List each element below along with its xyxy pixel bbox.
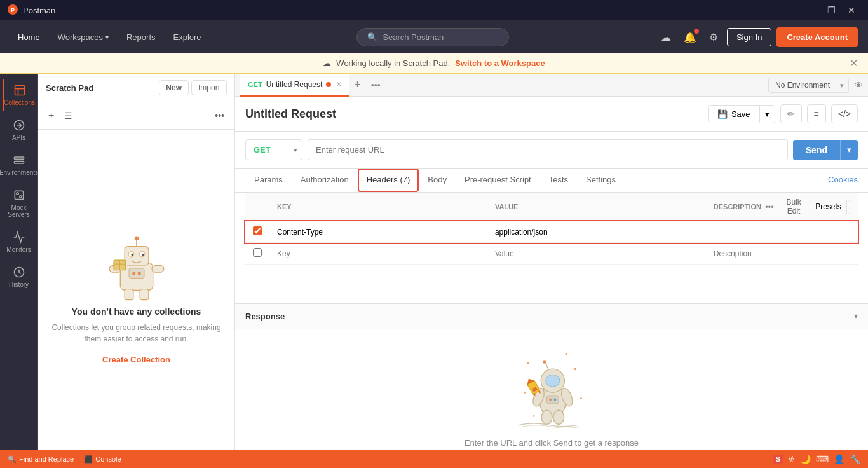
save-dropdown-button[interactable]: ▾ [759, 106, 775, 123]
top-nav: Home Workspaces ▾ Reports Explore 🔍 Sear… [0, 20, 868, 53]
notifications-btn[interactable]: 🔔 [680, 27, 700, 47]
th-more-button[interactable]: ••• [761, 201, 778, 213]
sidebar-item-collections[interactable]: Collections [3, 79, 36, 111]
sidebar-item-environments[interactable]: Environments [3, 149, 36, 181]
row-value-cell [487, 221, 706, 243]
switch-workspace-link[interactable]: Switch to a Workspace [455, 59, 545, 68]
presets-dropdown-button[interactable]: ▾ [846, 200, 850, 214]
create-collection-link[interactable]: Create Collection [102, 355, 170, 364]
console-button[interactable]: ⬛ Console [84, 455, 121, 464]
value-input[interactable] [495, 249, 698, 258]
sidebar-item-monitors[interactable]: Monitors [3, 226, 36, 258]
headers-table: KEY VALUE DESCRIPTION ••• Bulk Edit Pres… [245, 193, 858, 265]
code-button[interactable]: </> [831, 104, 858, 123]
add-tab-button[interactable]: + [349, 78, 366, 92]
value-input[interactable] [495, 228, 698, 237]
sidebar-item-apis[interactable]: APIs [3, 114, 36, 146]
send-button-group: Send ▾ [793, 140, 858, 160]
nav-reports[interactable]: Reports [119, 29, 163, 46]
save-button-group: 💾 Save ▾ [708, 105, 775, 123]
row-value-cell [487, 243, 706, 265]
add-collection-btn[interactable]: + [46, 107, 57, 124]
empty-state-illustration [98, 230, 175, 306]
wrench-icon[interactable]: 🔧 [850, 454, 860, 464]
nav-explore[interactable]: Explore [166, 29, 209, 46]
description-input[interactable] [714, 228, 850, 237]
tab-more-button[interactable]: ••• [366, 80, 386, 90]
response-section[interactable]: Response ▾ [235, 303, 868, 329]
import-button[interactable]: Import [191, 80, 227, 95]
maximize-button[interactable]: ❐ [822, 1, 840, 19]
svg-point-10 [19, 196, 21, 198]
cloud-icon: ☁ [323, 59, 331, 68]
save-button[interactable]: 💾 Save [709, 106, 759, 123]
bulk-edit-button[interactable]: Bulk Edit [782, 198, 806, 216]
find-replace-button[interactable]: 🔍 Find and Replace [8, 455, 74, 464]
main-layout: Collections APIs Environments Mock Serve… [0, 74, 868, 464]
sidebar-item-history[interactable]: History [3, 261, 36, 293]
close-button[interactable]: ✕ [843, 1, 860, 19]
url-input[interactable] [308, 139, 788, 160]
env-dropdown[interactable]: No Environment [768, 78, 849, 93]
edit-button[interactable]: ✏ [780, 104, 802, 123]
keyboard-icon[interactable]: ⌨ [816, 454, 829, 464]
tab-tests[interactable]: Tests [540, 169, 577, 192]
description-input[interactable] [714, 249, 850, 258]
svg-rect-2 [15, 86, 24, 95]
row-checkbox[interactable] [253, 226, 262, 235]
env-eye-button[interactable]: 👁 [854, 80, 863, 90]
sidebar-item-mock-servers[interactable]: Mock Servers [3, 184, 36, 223]
key-input[interactable] [277, 249, 480, 258]
svg-point-51 [549, 398, 552, 401]
row-checkbox-cell[interactable] [245, 221, 269, 243]
svg-rect-50 [547, 396, 559, 404]
tab-params[interactable]: Params [245, 169, 292, 192]
title-bar: P Postman — ❐ ✕ [0, 0, 868, 20]
gear-icon: ⚙ [709, 32, 718, 43]
sougou-icon[interactable]: S [773, 455, 783, 464]
tab-untitled-request[interactable]: GET Untitled Request ✕ [240, 74, 349, 97]
moon-icon[interactable]: 🌙 [800, 454, 811, 464]
sidebar-monitors-label: Monitors [6, 246, 31, 253]
title-bar-controls: — ❐ ✕ [802, 1, 860, 19]
cloud-icon-btn[interactable]: ☁ [657, 27, 675, 47]
send-button[interactable]: Send [793, 140, 840, 160]
request-tabs: Params Authorization Headers (7) Body Pr… [235, 169, 868, 193]
filter-btn[interactable]: ☰ [62, 108, 75, 123]
response-empty-state: Enter the URL and click Send to get a re… [235, 329, 868, 465]
send-dropdown-button[interactable]: ▾ [840, 140, 858, 160]
tab-close-icon[interactable]: ✕ [336, 81, 341, 88]
svg-point-15 [134, 236, 139, 240]
banner-close-button[interactable]: ✕ [850, 57, 858, 69]
svg-point-32 [524, 392, 526, 394]
tab-headers[interactable]: Headers (7) [358, 169, 419, 192]
svg-rect-7 [14, 162, 24, 163]
sign-in-button[interactable]: Sign In [727, 28, 771, 46]
nav-workspaces[interactable]: Workspaces ▾ [50, 29, 116, 46]
description-button[interactable]: ≡ [807, 104, 826, 123]
row-checkbox-cell[interactable] [245, 243, 269, 265]
search-box[interactable]: 🔍 Search Postman [356, 28, 509, 46]
minimize-button[interactable]: — [802, 1, 820, 19]
cookies-link[interactable]: Cookies [828, 169, 858, 192]
user-icon[interactable]: 👤 [834, 454, 844, 464]
th-key: KEY [269, 193, 487, 221]
ime-icon[interactable]: 英 [788, 455, 795, 464]
tab-body[interactable]: Body [419, 169, 456, 192]
tab-authorization[interactable]: Authorization [292, 169, 358, 192]
row-checkbox[interactable] [253, 248, 262, 257]
tab-pre-request[interactable]: Pre-request Script [456, 169, 540, 192]
more-options-btn[interactable]: ••• [212, 108, 227, 123]
settings-btn[interactable]: ⚙ [705, 27, 722, 47]
presets-button[interactable]: Presets [810, 200, 846, 213]
svg-point-34 [565, 353, 567, 355]
nav-home[interactable]: Home [10, 29, 48, 46]
svg-point-18 [131, 253, 133, 255]
create-account-button[interactable]: Create Account [776, 27, 858, 47]
tab-settings[interactable]: Settings [577, 169, 625, 192]
row-description-cell [706, 243, 858, 265]
nav-center: 🔍 Search Postman [209, 28, 657, 46]
method-select[interactable]: GET POST PUT PATCH DELETE [245, 139, 302, 160]
key-input[interactable] [277, 228, 480, 237]
new-button[interactable]: New [159, 80, 189, 95]
